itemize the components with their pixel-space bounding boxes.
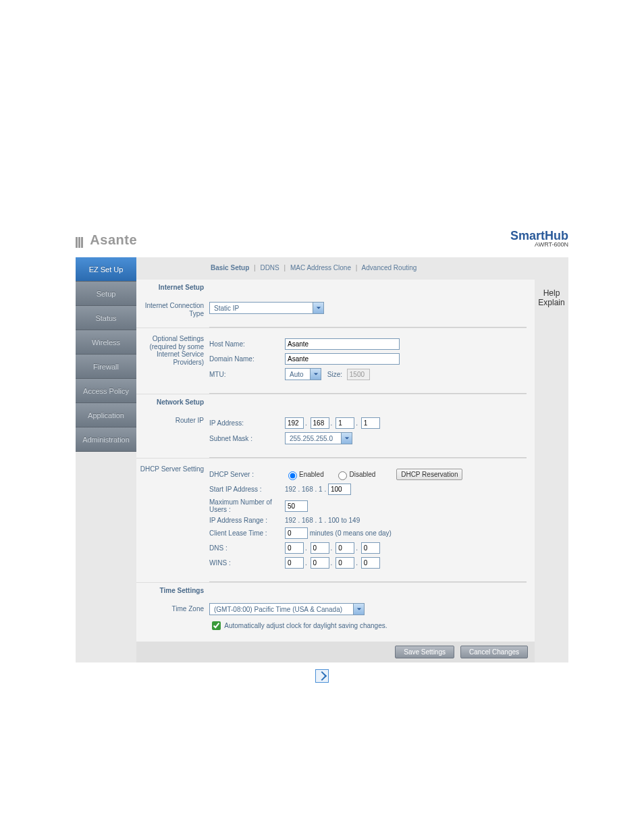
label-start-ip: Start IP Address : bbox=[209, 486, 285, 493]
label-dhcp-server: DHCP Server : bbox=[209, 471, 285, 478]
tab-basic-setup[interactable]: Basic Setup bbox=[211, 264, 249, 271]
label-subnet-mask: Subnet Mask : bbox=[209, 435, 285, 442]
label-conn-type: Internet Connection Type bbox=[139, 302, 204, 317]
cancel-changes-button[interactable]: Cancel Changes bbox=[460, 646, 528, 658]
label-host-name: Host Name: bbox=[209, 340, 285, 348]
chevron-down-icon bbox=[353, 604, 364, 615]
brand-name: Asante bbox=[90, 232, 137, 247]
popup-icon[interactable] bbox=[315, 669, 329, 683]
router-ip-octet-3[interactable] bbox=[336, 417, 354, 429]
sidebar-item-wireless[interactable]: Wireless bbox=[76, 330, 136, 355]
tab-mac-clone[interactable]: MAC Address Clone bbox=[290, 264, 351, 271]
chevron-down-icon bbox=[310, 369, 321, 380]
label-mtu: MTU: bbox=[209, 371, 285, 378]
dhcp-reservation-button[interactable]: DHCP Reservation bbox=[396, 469, 462, 480]
label-max-users: Maximum Number of Users : bbox=[209, 498, 285, 513]
sidebar-item-access-policy[interactable]: Access Policy bbox=[76, 379, 136, 403]
router-ip-octet-4[interactable] bbox=[361, 417, 380, 429]
wins-octet-3[interactable] bbox=[336, 557, 354, 569]
label-domain-name: Domain Name: bbox=[209, 355, 285, 363]
wins-octet-1[interactable] bbox=[285, 557, 304, 569]
lease-time-suffix: minutes (0 means one day) bbox=[310, 529, 392, 537]
dhcp-enabled-radio[interactable]: Enabled bbox=[285, 471, 324, 478]
label-time-zone: Time Zone bbox=[139, 605, 204, 613]
tab-advanced-routing[interactable]: Advanced Routing bbox=[362, 264, 417, 271]
subnet-mask-select[interactable]: 255.255.255.0 bbox=[285, 432, 352, 444]
label-dns: DNS : bbox=[209, 544, 285, 552]
label-lease-time: Client Lease Time : bbox=[209, 529, 285, 537]
router-ip-octet-1[interactable] bbox=[285, 417, 304, 429]
sidebar-item-ez-setup[interactable]: EZ Set Up bbox=[76, 257, 136, 282]
domain-name-input[interactable] bbox=[285, 353, 400, 365]
brand-logo: Asante bbox=[76, 232, 137, 248]
sub-tabs: Basic Setup | DDNS | MAC Address Clone |… bbox=[136, 257, 535, 280]
auto-dst-checkbox[interactable]: Automatically adjust clock for daylight … bbox=[209, 622, 387, 629]
label-optional-settings: Optional Settings (required by some Inte… bbox=[139, 335, 204, 366]
ip-range-value: 192 . 168 . 1 . 100 to 149 bbox=[285, 517, 527, 524]
dns-octet-1[interactable] bbox=[285, 542, 304, 554]
mtu-size-input bbox=[347, 369, 370, 380]
sidebar-item-setup[interactable]: Setup bbox=[76, 282, 136, 306]
product-name: SmartHub AWRT-600N bbox=[510, 230, 568, 248]
section-time-settings: Time Settings bbox=[139, 587, 204, 594]
tab-ddns[interactable]: DDNS bbox=[260, 264, 279, 271]
sidebar-item-status[interactable]: Status bbox=[76, 306, 136, 330]
wins-octet-2[interactable] bbox=[311, 557, 329, 569]
chevron-down-icon bbox=[313, 303, 323, 313]
router-ip-octet-2[interactable] bbox=[311, 417, 329, 429]
sidebar-item-firewall[interactable]: Firewall bbox=[76, 355, 136, 379]
sidebar-item-administration[interactable]: Administration bbox=[76, 427, 136, 452]
mtu-mode-select[interactable]: Auto bbox=[285, 368, 321, 380]
host-name-input[interactable] bbox=[285, 338, 400, 350]
label-ip-range: IP Address Range : bbox=[209, 517, 285, 524]
dns-octet-3[interactable] bbox=[336, 542, 354, 554]
dns-octet-2[interactable] bbox=[311, 542, 329, 554]
section-dhcp: DHCP Server Setting bbox=[139, 465, 204, 473]
chevron-down-icon bbox=[341, 433, 352, 444]
lease-time-input[interactable] bbox=[285, 527, 308, 539]
internet-connection-type-select[interactable]: Static IP bbox=[209, 302, 324, 314]
label-router-ip: Router IP bbox=[139, 417, 204, 425]
start-ip-input[interactable] bbox=[328, 484, 351, 495]
time-zone-select[interactable]: (GMT-08:00) Pacific Time (USA & Canada) bbox=[209, 603, 365, 615]
sidebar: EZ Set Up Setup Status Wireless Firewall… bbox=[76, 257, 136, 662]
label-wins: WINS : bbox=[209, 559, 285, 567]
start-ip-prefix: 192 . 168 . 1 . bbox=[285, 486, 326, 493]
label-mtu-size: Size: bbox=[327, 371, 342, 378]
help-link[interactable]: Help Explain bbox=[535, 288, 568, 308]
max-users-input[interactable] bbox=[285, 500, 308, 512]
sidebar-item-application[interactable]: Application bbox=[76, 403, 136, 427]
wins-octet-4[interactable] bbox=[361, 557, 380, 569]
section-network-setup: Network Setup bbox=[139, 398, 204, 406]
dns-octet-4[interactable] bbox=[361, 542, 380, 554]
label-ip-address: IP Address: bbox=[209, 419, 285, 427]
dhcp-disabled-radio[interactable]: Disabled bbox=[335, 471, 375, 478]
save-settings-button[interactable]: Save Settings bbox=[395, 646, 454, 658]
section-internet-setup: Internet Setup bbox=[139, 284, 204, 291]
